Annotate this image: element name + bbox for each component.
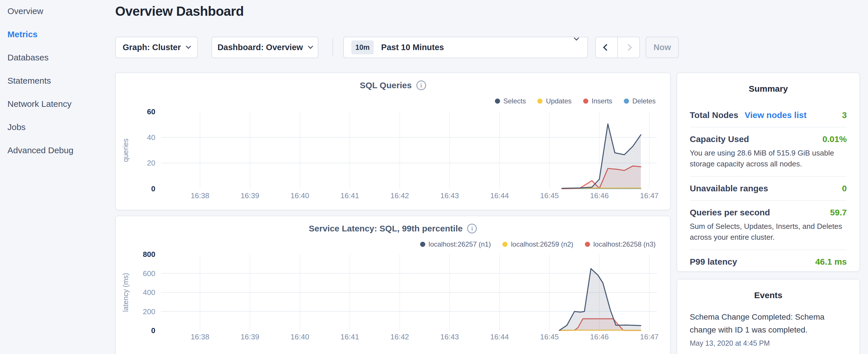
summary-label: Unavailable ranges bbox=[690, 184, 768, 193]
legend-item-selects[interactable]: Selects bbox=[495, 97, 526, 105]
graph-scope-dropdown[interactable]: Graph: Cluster bbox=[115, 37, 198, 58]
svg-text:16:40: 16:40 bbox=[290, 191, 309, 200]
event-item: Schema Change Completed: Schema change w… bbox=[690, 311, 847, 347]
sidebar-nav: OverviewMetricsDatabasesStatementsNetwor… bbox=[0, 0, 115, 354]
sql-queries-chart-card: SQL Queries i SelectsUpdatesInsertsDelet… bbox=[115, 72, 671, 210]
sidebar-item-network-latency[interactable]: Network Latency bbox=[7, 99, 115, 108]
chart-title: Service Latency: SQL, 99th percentile bbox=[309, 224, 463, 233]
svg-text:16:42: 16:42 bbox=[390, 332, 409, 341]
svg-text:20: 20 bbox=[147, 159, 155, 167]
legend-label: Selects bbox=[503, 97, 526, 105]
svg-text:40: 40 bbox=[147, 133, 155, 142]
svg-text:16:45: 16:45 bbox=[540, 191, 559, 200]
toolbar-divider bbox=[333, 38, 333, 57]
legend-dot-icon bbox=[585, 242, 590, 247]
svg-text:16:38: 16:38 bbox=[191, 191, 209, 200]
chart-title: SQL Queries bbox=[360, 81, 411, 90]
summary-row-capacity-used: Capacity Used0.01%You are using 28.6 MiB… bbox=[690, 127, 847, 177]
svg-text:16:47: 16:47 bbox=[640, 332, 658, 341]
legend-label: localhost:26259 (n2) bbox=[511, 240, 573, 248]
dashboard-dropdown-label: Dashboard: Overview bbox=[217, 43, 303, 52]
now-button[interactable]: Now bbox=[646, 37, 679, 58]
summary-row-unavailable-ranges: Unavailable ranges0 bbox=[690, 177, 847, 201]
svg-text:16:41: 16:41 bbox=[340, 191, 359, 200]
summary-label: Total Nodes bbox=[690, 110, 738, 120]
summary-value: 59.7 bbox=[830, 207, 847, 217]
svg-text:600: 600 bbox=[143, 269, 155, 278]
legend-item-localhost-26259-n2[interactable]: localhost:26259 (n2) bbox=[502, 240, 573, 248]
sql-queries-plot[interactable]: 16:3816:3916:4016:4116:4216:4316:4416:45… bbox=[116, 73, 670, 210]
legend-item-localhost-26258-n3[interactable]: localhost:26258 (n3) bbox=[585, 240, 656, 248]
chevron-down-icon bbox=[574, 35, 579, 40]
time-step-buttons bbox=[595, 37, 640, 58]
service-latency-sql-99th-percentile-plot[interactable]: 16:3816:3916:4016:4116:4216:4316:4416:45… bbox=[116, 216, 670, 353]
svg-text:16:47: 16:47 bbox=[640, 191, 658, 200]
info-icon[interactable]: i bbox=[416, 81, 426, 90]
svg-text:16:42: 16:42 bbox=[390, 191, 409, 200]
svg-text:60: 60 bbox=[147, 107, 155, 116]
svg-text:16:46: 16:46 bbox=[590, 191, 609, 200]
chevron-right-icon bbox=[625, 44, 632, 51]
legend-label: localhost:26258 (n3) bbox=[593, 240, 656, 248]
legend-dot-icon bbox=[420, 242, 425, 247]
summary-value: 0.01% bbox=[823, 134, 847, 144]
summary-description: Sum of Selects, Updates, Inserts, and De… bbox=[690, 221, 847, 243]
svg-text:latency (ms): latency (ms) bbox=[122, 273, 129, 312]
legend-label: Deletes bbox=[632, 97, 656, 105]
svg-text:16:44: 16:44 bbox=[490, 332, 509, 341]
summary-row-total-nodes: Total NodesView nodes list3 bbox=[690, 103, 847, 127]
svg-text:16:44: 16:44 bbox=[490, 191, 509, 200]
svg-text:200: 200 bbox=[143, 307, 155, 316]
summary-label: P99 latency bbox=[690, 257, 737, 267]
time-range-label: Past 10 Minutes bbox=[381, 43, 444, 52]
chart-legend: SelectsUpdatesInsertsDeletes bbox=[495, 97, 656, 105]
summary-description: You are using 28.6 MiB of 515.9 GiB usab… bbox=[690, 148, 847, 169]
svg-text:16:39: 16:39 bbox=[241, 191, 259, 200]
page-title: Overview Dashboard bbox=[115, 3, 244, 19]
svg-text:16:39: 16:39 bbox=[241, 332, 259, 341]
svg-text:0: 0 bbox=[151, 185, 155, 193]
time-step-back-button[interactable] bbox=[596, 37, 617, 58]
legend-item-updates[interactable]: Updates bbox=[537, 97, 571, 105]
sidebar-item-metrics[interactable]: Metrics bbox=[7, 30, 115, 39]
legend-item-inserts[interactable]: Inserts bbox=[583, 97, 612, 105]
svg-text:16:38: 16:38 bbox=[191, 332, 209, 341]
time-range-selector[interactable]: 10m Past 10 Minutes bbox=[343, 37, 588, 58]
svg-text:queries: queries bbox=[122, 139, 129, 162]
graph-scope-dropdown-label: Graph: Cluster bbox=[123, 43, 181, 52]
svg-text:16:43: 16:43 bbox=[440, 332, 459, 341]
dashboard-dropdown[interactable]: Dashboard: Overview bbox=[212, 37, 318, 58]
sidebar-item-overview[interactable]: Overview bbox=[7, 7, 115, 15]
svg-text:400: 400 bbox=[143, 288, 155, 297]
sidebar-item-jobs[interactable]: Jobs bbox=[7, 123, 115, 131]
summary-panel-title: Summary bbox=[690, 84, 847, 94]
summary-row-queries-per-second: Queries per second59.7Sum of Selects, Up… bbox=[690, 201, 847, 250]
svg-text:16:41: 16:41 bbox=[340, 332, 359, 341]
sidebar-item-statements[interactable]: Statements bbox=[7, 76, 115, 85]
event-text: Schema Change Completed: Schema change w… bbox=[690, 311, 847, 336]
view-nodes-list-link[interactable]: View nodes list bbox=[744, 110, 806, 120]
summary-value: 0 bbox=[842, 184, 847, 193]
chevron-left-icon bbox=[603, 44, 610, 51]
time-range-badge: 10m bbox=[351, 40, 374, 55]
summary-row-p99-latency: P99 latency46.1 ms bbox=[690, 250, 847, 273]
summary-value: 46.1 ms bbox=[815, 257, 847, 267]
event-timestamp: May 13, 2020 at 4:45 PM bbox=[690, 339, 847, 347]
legend-item-localhost-26257-n1[interactable]: localhost:26257 (n1) bbox=[420, 240, 491, 248]
sidebar-item-advanced-debug[interactable]: Advanced Debug bbox=[7, 146, 115, 155]
summary-label: Queries per second bbox=[690, 207, 770, 217]
sidebar-item-databases[interactable]: Databases bbox=[7, 53, 115, 62]
legend-dot-icon bbox=[624, 99, 629, 104]
summary-panel: Summary Total NodesView nodes list3Capac… bbox=[677, 72, 860, 272]
info-icon[interactable]: i bbox=[467, 224, 477, 233]
legend-dot-icon bbox=[583, 99, 588, 104]
svg-text:16:40: 16:40 bbox=[290, 332, 309, 341]
svg-text:16:43: 16:43 bbox=[440, 191, 459, 200]
legend-dot-icon bbox=[537, 99, 542, 104]
svg-text:800: 800 bbox=[143, 250, 155, 259]
legend-label: Inserts bbox=[592, 97, 612, 105]
time-step-forward-button[interactable] bbox=[617, 37, 639, 58]
summary-label: Capacity Used bbox=[690, 134, 749, 144]
legend-dot-icon bbox=[495, 99, 500, 104]
legend-item-deletes[interactable]: Deletes bbox=[624, 97, 656, 105]
